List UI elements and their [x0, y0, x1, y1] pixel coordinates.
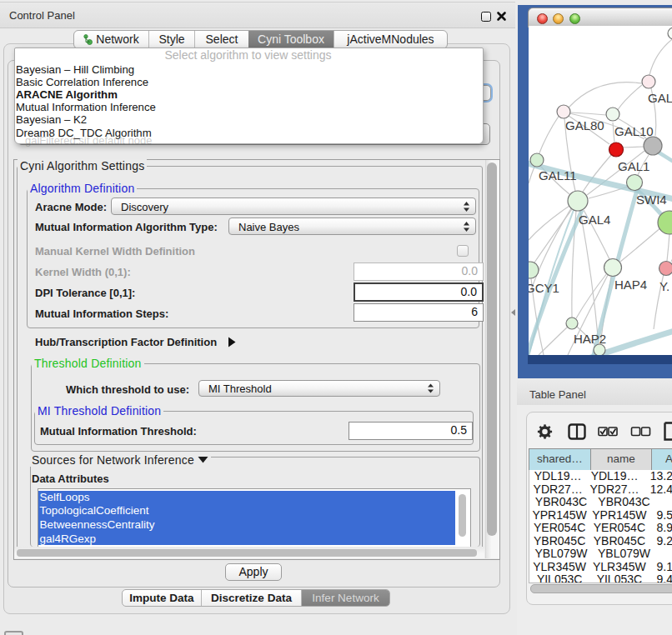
svg-text:GAL11: GAL11: [539, 168, 577, 182]
svg-text:GAL2: GAL2: [648, 91, 672, 105]
svg-text:HAP2: HAP2: [574, 332, 606, 346]
svg-text:GAL80: GAL80: [565, 118, 604, 132]
svg-text:GAL10: GAL10: [614, 124, 654, 138]
svg-text:SWI4: SWI4: [636, 192, 667, 207]
svg-text:GAL4: GAL4: [579, 212, 610, 227]
svg-text:HAP4: HAP4: [614, 278, 647, 292]
svg-text:GAL1: GAL1: [618, 159, 649, 173]
svg-text:GCY1: GCY1: [529, 281, 559, 295]
svg-text:Y.: Y.: [659, 279, 669, 293]
